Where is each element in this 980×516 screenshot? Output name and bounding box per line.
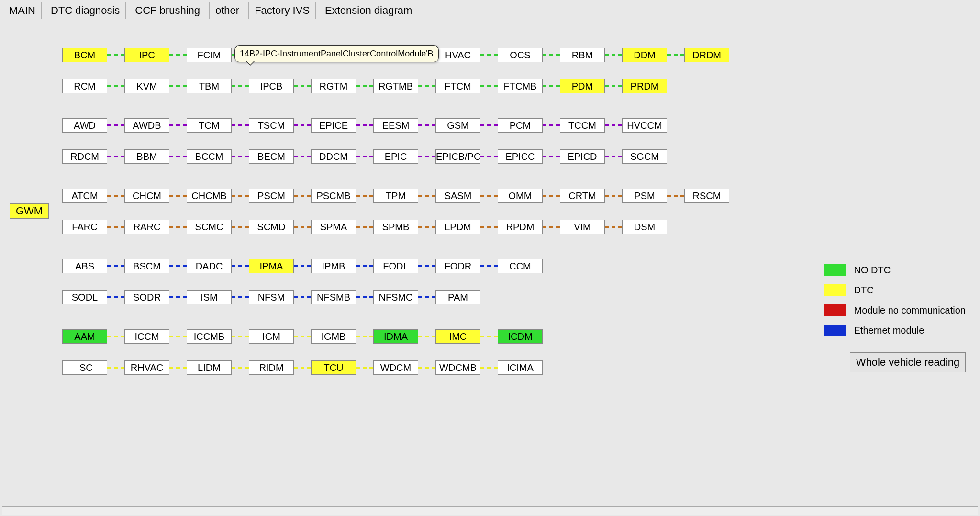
module-sgcm[interactable]: SGCM [622,149,667,164]
module-ftcm[interactable]: FTCM [435,79,480,93]
module-epicc[interactable]: EPICC [498,149,543,164]
module-pscm[interactable]: PSCM [249,189,294,203]
module-icdm[interactable]: ICDM [498,329,543,344]
module-becm[interactable]: BECM [249,149,294,164]
module-ccm[interactable]: CCM [498,259,543,273]
module-spmb[interactable]: SPMB [373,220,418,234]
module-epice[interactable]: EPICE [311,118,356,133]
module-dsm[interactable]: DSM [622,220,667,234]
module-imc[interactable]: IMC [435,329,480,344]
module-chcm[interactable]: CHCM [124,189,169,203]
module-hvac[interactable]: HVAC [435,48,480,62]
module-scmd[interactable]: SCMD [249,220,294,234]
module-bscm[interactable]: BSCM [124,259,169,273]
module-ipcb[interactable]: IPCB [249,79,294,93]
module-hvccm[interactable]: HVCCM [622,118,667,133]
module-rgtm[interactable]: RGTM [311,79,356,93]
module-nfsmb[interactable]: NFSMB [311,290,356,304]
module-lpdm[interactable]: LPDM [435,220,480,234]
module-bbm[interactable]: BBM [124,149,169,164]
module-ddcm[interactable]: DDCM [311,149,356,164]
module-gwm[interactable]: GWM [10,203,49,219]
module-ftcmb[interactable]: FTCMB [498,79,543,93]
module-sodr[interactable]: SODR [124,290,169,304]
module-wdcmb[interactable]: WDCMB [435,360,480,375]
module-ddm[interactable]: DDM [622,48,667,62]
module-iccmb[interactable]: ICCMB [187,329,232,344]
module-ism[interactable]: ISM [187,290,232,304]
bus-connector [418,336,435,337]
module-icima[interactable]: ICIMA [498,360,543,375]
module-wdcm[interactable]: WDCM [373,360,418,375]
module-nfsmc[interactable]: NFSMC [373,290,418,304]
module-nfsm[interactable]: NFSM [249,290,294,304]
module-tcu[interactable]: TCU [311,360,356,375]
module-eesm[interactable]: EESM [373,118,418,133]
module-row: AAMICCMICCMBIGMIGMBIDMAIMCICDM [62,329,543,344]
module-ridm[interactable]: RIDM [249,360,294,375]
module-abs[interactable]: ABS [62,259,107,273]
module-fodr[interactable]: FODR [435,259,480,273]
tab-other[interactable]: other [209,2,245,19]
module-omm[interactable]: OMM [498,189,543,203]
module-pscmb[interactable]: PSCMB [311,189,356,203]
module-sasm[interactable]: SASM [435,189,480,203]
tab-extension-diagram[interactable]: Extension diagram [319,2,418,19]
module-psm[interactable]: PSM [622,189,667,203]
module-scmc[interactable]: SCMC [187,220,232,234]
module-vim[interactable]: VIM [560,220,605,234]
module-epicb/pcm[interactable]: EPICB/PCM [435,149,480,164]
module-fcim[interactable]: FCIM [187,48,232,62]
module-rhvac[interactable]: RHVAC [124,360,169,375]
module-rdcm[interactable]: RDCM [62,149,107,164]
module-rbm[interactable]: RBM [560,48,605,62]
module-spma[interactable]: SPMA [311,220,356,234]
module-kvm[interactable]: KVM [124,79,169,93]
module-ipc[interactable]: IPC [124,48,169,62]
module-gsm[interactable]: GSM [435,118,480,133]
module-pcm[interactable]: PCM [498,118,543,133]
module-atcm[interactable]: ATCM [62,189,107,203]
module-prdm[interactable]: PRDM [622,79,667,93]
module-tbm[interactable]: TBM [187,79,232,93]
module-rscm[interactable]: RSCM [684,189,729,203]
module-lidm[interactable]: LIDM [187,360,232,375]
module-pam[interactable]: PAM [435,290,480,304]
module-awdb[interactable]: AWDB [124,118,169,133]
module-iccm[interactable]: ICCM [124,329,169,344]
module-ipma[interactable]: IPMA [249,259,294,273]
module-bcm[interactable]: BCM [62,48,107,62]
module-aam[interactable]: AAM [62,329,107,344]
module-ocs[interactable]: OCS [498,48,543,62]
module-sodl[interactable]: SODL [62,290,107,304]
tab-dtc-diagnosis[interactable]: DTC diagnosis [45,2,126,19]
module-igmb[interactable]: IGMB [311,329,356,344]
module-bccm[interactable]: BCCM [187,149,232,164]
module-awd[interactable]: AWD [62,118,107,133]
tab-ccf-brushing[interactable]: CCF brushing [129,2,206,19]
module-dadc[interactable]: DADC [187,259,232,273]
module-idma[interactable]: IDMA [373,329,418,344]
module-pdm[interactable]: PDM [560,79,605,93]
module-fodl[interactable]: FODL [373,259,418,273]
module-epicd[interactable]: EPICD [560,149,605,164]
module-igm[interactable]: IGM [249,329,294,344]
module-chcmb[interactable]: CHCMB [187,189,232,203]
tab-main[interactable]: MAIN [3,2,42,19]
module-crtm[interactable]: CRTM [560,189,605,203]
whole-vehicle-reading-button[interactable]: Whole vehicle reading [850,352,966,372]
tab-factory-ivs[interactable]: Factory IVS [248,2,316,19]
module-tcm[interactable]: TCM [187,118,232,133]
module-isc[interactable]: ISC [62,360,107,375]
module-drdm[interactable]: DRDM [684,48,729,62]
module-tscm[interactable]: TSCM [249,118,294,133]
module-rcm[interactable]: RCM [62,79,107,93]
module-rarc[interactable]: RARC [124,220,169,234]
module-tccm[interactable]: TCCM [560,118,605,133]
module-farc[interactable]: FARC [62,220,107,234]
module-ipmb[interactable]: IPMB [311,259,356,273]
module-tpm[interactable]: TPM [373,189,418,203]
module-rgtmb[interactable]: RGTMB [373,79,418,93]
module-epic[interactable]: EPIC [373,149,418,164]
module-rpdm[interactable]: RPDM [498,220,543,234]
